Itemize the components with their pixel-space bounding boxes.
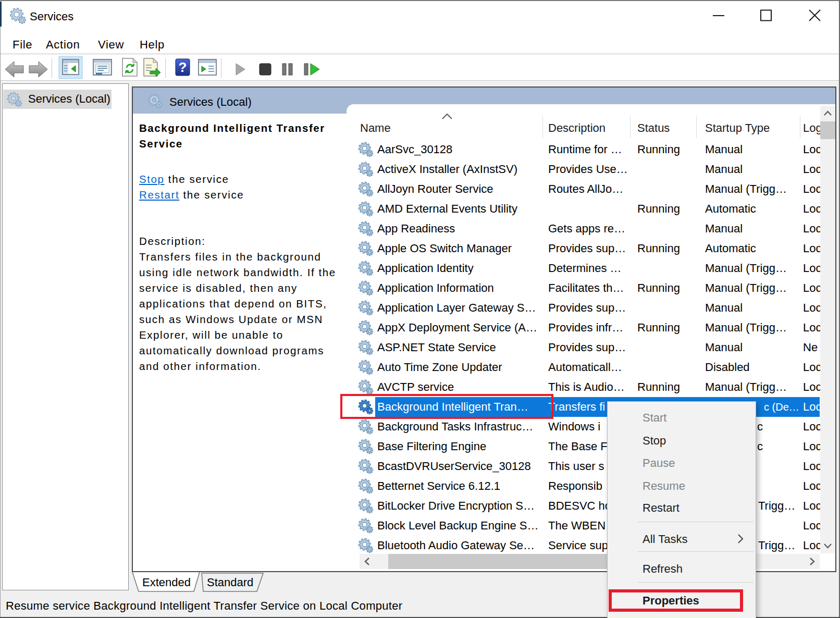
svg-text:?: ?: [179, 59, 187, 75]
